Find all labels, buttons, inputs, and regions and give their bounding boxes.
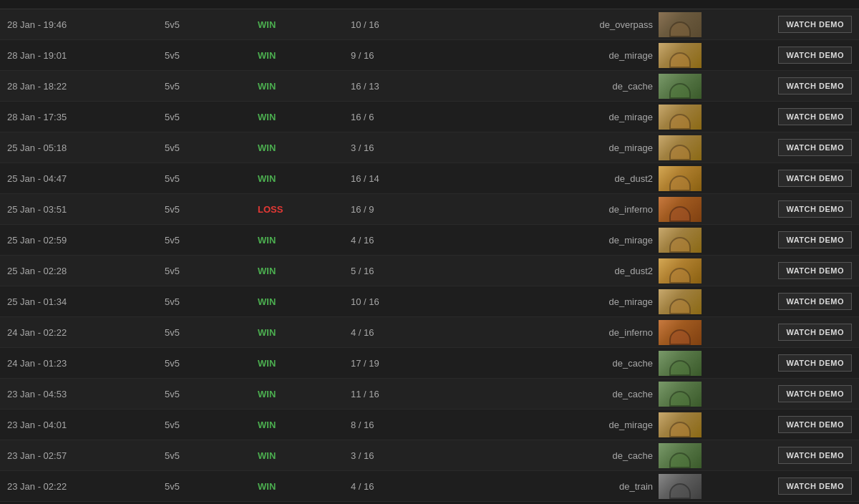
map-thumbnail-inner [659,474,702,499]
watch-demo-button[interactable]: WATCH DEMO [778,170,852,187]
cell-score: 16 / 6 [351,112,444,122]
cell-mode: 5v5 [165,420,258,430]
map-thumbnail [659,443,702,468]
watch-demo-button[interactable]: WATCH DEMO [778,231,852,248]
watch-demo-button[interactable]: WATCH DEMO [778,293,852,310]
table-row: 24 Jan - 01:23 5v5 WIN 17 / 19 de_cache … [0,348,859,379]
watch-demo-button[interactable]: WATCH DEMO [778,200,852,218]
table-row: 25 Jan - 03:51 5v5 LOSS 16 / 9 de_infern… [0,194,859,225]
cell-result: WIN [258,173,351,184]
cell-date: 28 Jan - 18:22 [7,81,165,92]
cell-map-area: de_dust2 [444,258,702,284]
cell-map-name: de_dust2 [615,173,654,184]
map-arch-decoration [669,299,691,314]
watch-demo-button[interactable]: WATCH DEMO [778,77,852,94]
watch-demo-button[interactable]: WATCH DEMO [778,447,852,464]
watch-demo-button[interactable]: WATCH DEMO [778,385,852,402]
watch-demo-button[interactable]: WATCH DEMO [778,16,852,33]
cell-mode: 5v5 [165,450,258,461]
cell-mode: 5v5 [165,235,258,246]
map-thumbnail [659,105,702,130]
cell-result: WIN [258,266,351,276]
watch-demo-button[interactable]: WATCH DEMO [778,108,852,125]
cell-map-name: de_mirage [609,142,653,153]
cell-map-area: de_cache [444,382,702,407]
cell-date: 24 Jan - 01:23 [7,358,165,369]
cell-date: 25 Jan - 01:34 [7,296,165,307]
watch-demo-button[interactable]: WATCH DEMO [778,139,852,156]
map-arch-decoration [669,237,691,253]
map-thumbnail [659,43,702,68]
map-thumbnail-inner [659,228,702,253]
cell-btn: WATCH DEMO [759,47,852,64]
cell-score: 4 / 16 [351,327,444,338]
map-thumbnail-inner [659,105,702,130]
map-thumbnail-inner [659,351,702,376]
cell-mode: 5v5 [165,173,258,184]
cell-result: WIN [258,19,351,30]
map-thumbnail-inner [659,412,702,437]
map-thumbnail [659,382,702,407]
watch-demo-button[interactable]: WATCH DEMO [778,416,852,433]
map-thumbnail-inner [659,320,702,345]
cell-score: 17 / 19 [351,358,444,369]
cell-map-name: de_cache [613,81,653,92]
cell-date: 28 Jan - 17:35 [7,112,165,122]
map-arch-decoration [669,483,691,499]
cell-map-area: de_mirage [444,105,702,130]
map-arch-decoration [669,83,691,99]
watch-demo-button[interactable]: WATCH DEMO [778,47,852,64]
cell-result: WIN [258,389,351,399]
cell-date: 23 Jan - 04:53 [7,389,165,399]
map-arch-decoration [669,206,691,222]
table-row: 25 Jan - 04:47 5v5 WIN 16 / 14 de_dust2 … [0,163,859,194]
cell-btn: WATCH DEMO [759,324,852,341]
cell-map-area: de_overpass [444,12,702,37]
cell-score: 4 / 16 [351,235,444,246]
table-row: 25 Jan - 02:28 5v5 WIN 5 / 16 de_dust2 W… [0,256,859,286]
cell-date: 28 Jan - 19:01 [7,50,165,61]
watch-demo-button[interactable]: WATCH DEMO [778,262,852,279]
watch-demo-button[interactable]: WATCH DEMO [778,324,852,341]
cell-mode: 5v5 [165,481,258,492]
map-arch-decoration [669,175,691,191]
map-arch-decoration [669,21,691,37]
cell-map-name: de_mirage [609,296,653,307]
table-row: 23 Jan - 04:53 5v5 WIN 11 / 16 de_cache … [0,379,859,410]
cell-score: 3 / 16 [351,450,444,461]
cell-score: 8 / 16 [351,420,444,430]
cell-map-area: de_cache [444,443,702,468]
cell-map-name: de_inferno [609,204,653,215]
cell-date: 24 Jan - 02:22 [7,327,165,338]
table-row: 25 Jan - 02:59 5v5 WIN 4 / 16 de_mirage … [0,225,859,256]
cell-mode: 5v5 [165,389,258,399]
cell-date: 25 Jan - 02:59 [7,235,165,246]
map-thumbnail [659,197,702,222]
cell-result: WIN [258,327,351,338]
cell-btn: WATCH DEMO [759,200,852,218]
watch-demo-button[interactable]: WATCH DEMO [778,354,852,372]
cell-btn: WATCH DEMO [759,293,852,310]
cell-score: 5 / 16 [351,266,444,276]
map-arch-decoration [669,268,691,284]
cell-mode: 5v5 [165,266,258,276]
cell-map-name: de_mirage [609,112,653,122]
cell-btn: WATCH DEMO [759,108,852,125]
map-arch-decoration [669,422,691,437]
cell-map-area: de_mirage [444,228,702,253]
cell-date: 23 Jan - 04:01 [7,420,165,430]
map-thumbnail [659,12,702,37]
cell-score: 16 / 9 [351,204,444,215]
cell-date: 28 Jan - 19:46 [7,19,165,30]
cell-date: 25 Jan - 04:47 [7,173,165,184]
cell-map-name: de_dust2 [615,266,654,276]
cell-btn: WATCH DEMO [759,231,852,248]
table-row: 28 Jan - 19:01 5v5 WIN 9 / 16 de_mirage … [0,40,859,71]
watch-demo-button[interactable]: WATCH DEMO [778,478,852,495]
cell-btn: WATCH DEMO [759,416,852,433]
cell-result: WIN [258,112,351,122]
cell-result: WIN [258,235,351,246]
table-header [0,0,859,9]
cell-date: 25 Jan - 02:28 [7,266,165,276]
map-thumbnail [659,351,702,376]
